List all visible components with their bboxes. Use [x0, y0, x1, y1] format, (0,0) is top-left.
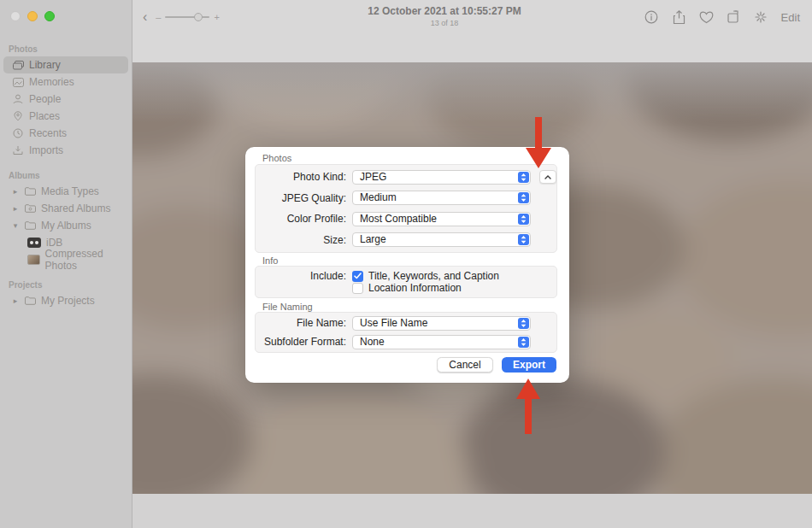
- sidebar-item-library[interactable]: Library: [3, 56, 128, 73]
- dialog-section-file-naming-label: File Naming: [262, 302, 313, 312]
- popup-stepper-icon[interactable]: [518, 214, 529, 225]
- places-icon: [12, 110, 24, 122]
- cancel-button[interactable]: Cancel: [437, 357, 493, 373]
- popup-stepper-icon[interactable]: [518, 172, 529, 183]
- memories-icon: [12, 76, 24, 88]
- file-name-value: Use File Name: [360, 317, 427, 329]
- auto-enhance-icon[interactable]: [754, 10, 768, 25]
- file-naming-group: File Name: Use File Name Subfolder Forma…: [255, 312, 557, 353]
- zoom-in-icon[interactable]: +: [214, 12, 219, 22]
- import-tray-icon: [12, 144, 24, 156]
- export-button[interactable]: Export: [502, 357, 556, 373]
- photo-title: 12 October 2021 at 10:55:27 PM 13 of 18: [325, 5, 564, 27]
- sidebar-item-label: iDB: [46, 237, 62, 249]
- sidebar-item-people[interactable]: People: [3, 91, 128, 108]
- chevron-right-icon[interactable]: ▸: [12, 187, 19, 196]
- sidebar-item-label: Imports: [29, 144, 63, 156]
- back-button[interactable]: ‹: [143, 10, 147, 24]
- zoom-slider-track[interactable]: [165, 16, 209, 18]
- zoom-window-button[interactable]: [44, 11, 55, 21]
- minimize-window-button[interactable]: [27, 11, 38, 21]
- close-window-button[interactable]: [10, 11, 21, 21]
- info-button[interactable]: [644, 10, 659, 25]
- color-profile-label: Color Profile:: [256, 213, 346, 225]
- photo-kind-value: JPEG: [360, 171, 386, 183]
- sidebar: Photos Library Memories P: [0, 0, 132, 528]
- folder-icon: [24, 185, 36, 197]
- sidebar-item-places[interactable]: Places: [3, 108, 128, 125]
- sidebar-item-memories[interactable]: Memories: [3, 73, 128, 91]
- color-profile-row: Color Profile: Most Compatible: [256, 210, 556, 227]
- size-value: Large: [360, 233, 386, 245]
- location-info-checkbox[interactable]: [352, 283, 363, 294]
- favorite-heart-button[interactable]: [699, 10, 714, 25]
- sidebar-item-label: Library: [29, 59, 61, 71]
- popup-stepper-icon[interactable]: [518, 318, 529, 329]
- title-keywords-checkbox-label: Title, Keywords, and Caption: [368, 270, 499, 282]
- sidebar-section-albums: Albums: [9, 171, 132, 180]
- jpeg-quality-label: JPEG Quality:: [256, 192, 346, 204]
- edit-button[interactable]: Edit: [781, 11, 800, 24]
- zoom-slider-thumb[interactable]: [194, 13, 203, 21]
- sidebar-section-projects: Projects: [9, 280, 132, 290]
- subfolder-format-popup[interactable]: None: [352, 335, 531, 349]
- size-row: Size: Large: [256, 232, 556, 249]
- color-profile-popup[interactable]: Most Compatible: [352, 212, 531, 226]
- color-profile-value: Most Compatible: [360, 213, 437, 225]
- dialog-section-photos-label: Photos: [262, 153, 291, 163]
- sidebar-item-label: Shared Albums: [41, 202, 110, 214]
- subfolder-format-label: Subfolder Format:: [256, 336, 346, 348]
- popup-stepper-icon[interactable]: [518, 192, 529, 203]
- annotation-arrow-collapse-button: [526, 117, 551, 168]
- chevron-right-icon[interactable]: ▸: [12, 204, 19, 213]
- shared-folder-icon: [24, 202, 36, 214]
- library-icon: [12, 59, 24, 71]
- size-label: Size:: [256, 234, 346, 246]
- sidebar-item-my-projects[interactable]: ▸ My Projects: [3, 292, 128, 309]
- photos-options-group: Photo Kind: JPEG JPEG Quality: Medium Co…: [255, 164, 557, 253]
- sidebar-item-my-albums[interactable]: ▾ My Albums: [3, 217, 128, 234]
- chevron-down-icon[interactable]: ▾: [12, 221, 19, 230]
- popup-stepper-icon[interactable]: [518, 337, 529, 348]
- sidebar-item-recents[interactable]: Recents: [3, 125, 128, 142]
- include-title-keywords-row: Include: Title, Keywords, and Caption: [256, 270, 556, 282]
- collapse-details-button[interactable]: [539, 170, 556, 184]
- info-options-group: Include: Title, Keywords, and Caption Lo…: [255, 266, 557, 298]
- size-popup[interactable]: Large: [352, 232, 531, 247]
- photo-kind-row: Photo Kind: JPEG: [256, 168, 556, 185]
- title-keywords-checkbox[interactable]: [352, 271, 363, 282]
- share-button[interactable]: [672, 10, 686, 25]
- sidebar-item-label: My Projects: [41, 295, 95, 307]
- subfolder-format-value: None: [360, 336, 385, 348]
- file-name-popup[interactable]: Use File Name: [352, 316, 531, 331]
- file-name-row: File Name: Use File Name: [256, 314, 556, 331]
- photo-kind-popup[interactable]: JPEG: [352, 170, 531, 185]
- clock-icon: [12, 127, 24, 139]
- rotate-button[interactable]: [727, 10, 741, 25]
- sidebar-item-label: Media Types: [41, 185, 99, 197]
- idb-album-icon: [27, 238, 41, 248]
- chevron-right-icon[interactable]: ▸: [12, 296, 19, 305]
- include-label: Include:: [256, 270, 346, 282]
- sidebar-item-label: Compressed Photos: [45, 248, 128, 272]
- sidebar-item-shared-albums[interactable]: ▸ Shared Albums: [3, 200, 128, 217]
- popup-stepper-icon[interactable]: [518, 234, 529, 245]
- jpeg-quality-popup[interactable]: Medium: [352, 191, 531, 205]
- sidebar-item-media-types[interactable]: ▸ Media Types: [3, 183, 128, 200]
- sidebar-item-label: People: [29, 93, 61, 105]
- zoom-out-icon[interactable]: –: [156, 12, 161, 22]
- sidebar-item-label: Places: [29, 110, 60, 122]
- dialog-section-info-label: Info: [262, 255, 278, 266]
- sidebar-item-label: Recents: [29, 127, 67, 139]
- sidebar-item-compressed-photos[interactable]: Compressed Photos: [3, 251, 128, 268]
- sidebar-item-imports[interactable]: Imports: [3, 142, 128, 159]
- photo-date-title: 12 October 2021 at 10:55:27 PM: [325, 5, 564, 17]
- include-location-row: Location Information: [256, 282, 556, 294]
- file-name-label: File Name:: [256, 317, 346, 329]
- zoom-slider[interactable]: – +: [156, 12, 220, 22]
- content-bottom-strip: [132, 494, 812, 528]
- toolbar: ‹ – + 12 October 2021 at 10:55:27 PM 13 …: [132, 0, 812, 34]
- folder-icon: [24, 220, 36, 232]
- photo-kind-label: Photo Kind:: [256, 171, 346, 183]
- jpeg-quality-row: JPEG Quality: Medium: [256, 190, 556, 207]
